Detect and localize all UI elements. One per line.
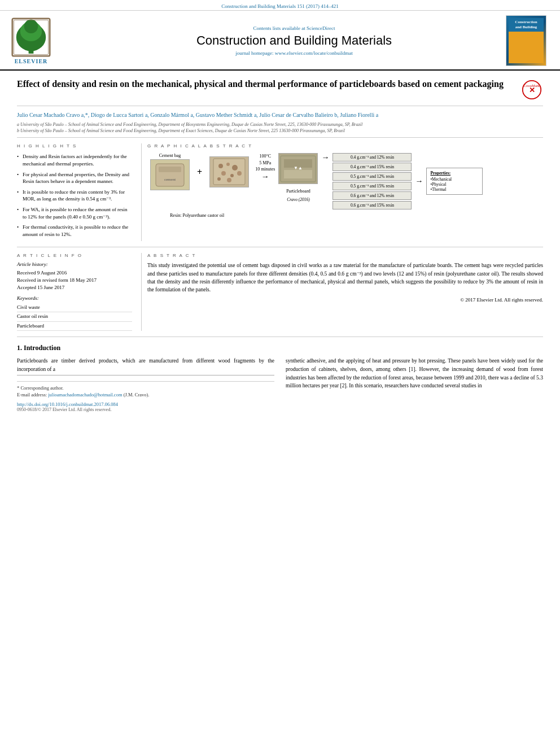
ga-cement-img: cement	[150, 159, 190, 190]
ga-density-row-4: 0.5 g.cm⁻³ and 15% resin	[333, 182, 412, 190]
elsevier-tree-icon	[11, 18, 51, 57]
ga-prop-2: •Physical	[430, 182, 479, 187]
introduction-right: synthetic adhesive, and the applying of …	[286, 357, 543, 412]
introduction-left: Particleboards are timber derived produc…	[17, 357, 274, 412]
ga-density-row-6: 0.6 g.cm⁻³ and 15% resin	[333, 201, 412, 209]
journal-reference-bar: Construction and Building Materials 151 …	[0, 0, 560, 11]
keywords-title: Keywords:	[17, 295, 132, 301]
ga-cement: Cement bag cement	[147, 153, 193, 191]
svg-rect-10	[159, 167, 181, 172]
sciencedirect-link: Contents lists available at ScienceDirec…	[85, 25, 504, 31]
article-info-abstract-section: A R T I C L E I N F O Article history: R…	[17, 247, 543, 337]
condition-temp: 100°C	[255, 153, 275, 159]
journal-homepage: journal homepage: www.elsevier.com/locat…	[85, 50, 504, 56]
accepted-date: Accepted 15 June 2017	[17, 284, 132, 291]
introduction-columns: Particleboards are timber derived produc…	[17, 357, 543, 412]
ga-prop-3: •Thermal	[430, 187, 479, 192]
graphical-abstract-column: G R A P H I C A L A B S T R A C T Cement…	[141, 143, 543, 241]
abstract-text: This study investigated the potential us…	[147, 261, 543, 294]
elsevier-brand-text: ELSEVIER	[15, 58, 48, 64]
ga-properties-box: Properties: •Mechanical •Physical •Therm…	[426, 168, 483, 195]
revised-date: Received in revised form 18 May 2017	[17, 277, 132, 284]
issn-line: 0950-0618/© 2017 Elsevier Ltd. All right…	[17, 407, 274, 412]
doi-bar: http://dx.doi.org/10.1016/j.conbuildmat.…	[17, 401, 274, 412]
highlight-item-3: It is possible to reduce the resin conte…	[17, 189, 132, 203]
right-logo-box: Constructionand Building MATERIALS	[506, 15, 546, 66]
highlights-list: Density and Resin factors act independen…	[17, 153, 132, 238]
highlight-item-4: For WA, it is possible to reduce the amo…	[17, 206, 132, 220]
article-info-column: A R T I C L E I N F O Article history: R…	[17, 253, 141, 331]
journal-ref-text: Construction and Building Materials 151 …	[221, 3, 338, 9]
ga-particleboard-label: Particleboard	[286, 189, 310, 194]
introduction-left-text: Particleboards are timber derived produc…	[17, 357, 274, 373]
svg-text:cement: cement	[164, 177, 176, 182]
ga-density-list: 0.4 g.cm⁻³ and 12% resin 0.4 g.cm⁻³ and …	[333, 153, 412, 209]
ga-density-row-5: 0.6 g.cm⁻³ and 12% resin	[333, 191, 412, 200]
ga-press-section: ▼▲ Particleboard Cravo (2016)	[278, 153, 318, 202]
ga-resin-label: Resin: Polyurethane castor oil	[147, 213, 543, 218]
right-logo-bottom: MATERIALS	[509, 32, 544, 63]
journal-title: Construction and Building Materials	[85, 33, 504, 48]
crossmark-section: ✕ CrossMark	[520, 78, 543, 101]
condition-time: 10 minutes	[255, 166, 275, 172]
page: Construction and Building Materials 151 …	[0, 0, 560, 747]
ga-particles-img	[209, 156, 249, 187]
article-title-section: Effect of density and resin on the mecha…	[17, 71, 543, 106]
doi-link: http://dx.doi.org/10.1016/j.conbuildmat.…	[17, 401, 274, 407]
particles-svg	[212, 158, 246, 186]
highlights-column: H I G H L I G H T S Density and Resin fa…	[17, 143, 141, 241]
affiliations: a University of São Paulo – School of An…	[17, 121, 543, 134]
article-info-label: A R T I C L E I N F O	[17, 253, 132, 258]
authors: Julio Cesar Machado Cravo a,*, Diogo de …	[17, 111, 543, 119]
svg-point-16	[221, 171, 226, 176]
elsevier-logo: ELSEVIER	[11, 18, 51, 64]
abstract-label: A B S T R A C T	[147, 253, 543, 258]
introduction-heading: 1. Introduction	[17, 344, 543, 352]
keyword-3: Particleboard	[17, 322, 132, 331]
svg-point-18	[237, 171, 242, 176]
ga-arrow-right-icon: →	[321, 153, 329, 162]
journal-center: Contents lists available at ScienceDirec…	[85, 25, 504, 56]
ga-density-row-3: 0.5 g.cm⁻³ and 12% resin	[333, 172, 412, 181]
ga-prop-1: •Mechanical	[430, 177, 479, 182]
received-date: Received 9 August 2016	[17, 269, 132, 277]
svg-point-13	[218, 164, 223, 168]
journal-header: ELSEVIER Contents lists available at Sci…	[0, 11, 560, 71]
ga-arrow-icon: →	[261, 172, 269, 181]
keyword-1: Civil waste	[17, 303, 132, 312]
abstract-column: A B S T R A C T This study investigated …	[141, 253, 543, 331]
affiliation-a: a University of São Paulo – School of An…	[17, 121, 543, 128]
ga-density-row-1: 0.4 g.cm⁻³ and 12% resin	[333, 153, 412, 161]
highlight-item-2: For physical and thermal properties, the…	[17, 171, 132, 185]
divider	[17, 375, 274, 375]
right-logo-materials: MATERIALS	[510, 33, 542, 39]
footnotes: * Corresponding author. E-mail address: …	[17, 381, 274, 399]
cement-bag-svg: cement	[153, 161, 187, 189]
ga-particles	[207, 156, 252, 189]
copyright-line: © 2017 Elsevier Ltd. All rights reserved…	[147, 297, 543, 303]
ga-left-part: Cement bag cement +	[147, 153, 252, 191]
journal-right-logo: Constructionand Building MATERIALS	[504, 15, 549, 66]
email-suffix: (J.M. Cravo).	[124, 392, 150, 397]
svg-point-19	[217, 177, 221, 181]
highlights-label: H I G H L I G H T S	[17, 143, 132, 148]
ga-arrow-props-icon: →	[415, 177, 423, 186]
svg-point-3	[24, 19, 38, 33]
corresponding-author-note: * Corresponding author.	[17, 385, 274, 392]
svg-point-15	[232, 165, 238, 171]
right-logo-construction: Constructionand Building	[510, 20, 542, 30]
highlight-item-1: Density and Resin factors act independen…	[17, 153, 132, 167]
ga-conditions: 100°C 5 MPa 10 minutes	[255, 153, 275, 172]
svg-text:✕: ✕	[529, 86, 535, 94]
svg-rect-23	[284, 170, 312, 178]
ga-plus-sign: +	[195, 167, 204, 177]
ga-right-part: 0.4 g.cm⁻³ and 12% resin 0.4 g.cm⁻³ and …	[333, 153, 483, 209]
email-address: julioamachadomachado@hotmail.com	[48, 392, 122, 397]
article-history-title: Article history:	[17, 261, 132, 267]
article-title: Effect of density and resin on the mecha…	[17, 78, 520, 90]
highlight-item-5: For thermal conductivity, it is possible…	[17, 224, 132, 238]
press-svg: ▼▲	[279, 155, 317, 183]
introduction-right-text: synthetic adhesive, and the applying of …	[286, 357, 543, 390]
cement-bag-label: Cement bag	[147, 153, 193, 158]
article-content: Effect of density and resin on the mecha…	[0, 71, 560, 417]
